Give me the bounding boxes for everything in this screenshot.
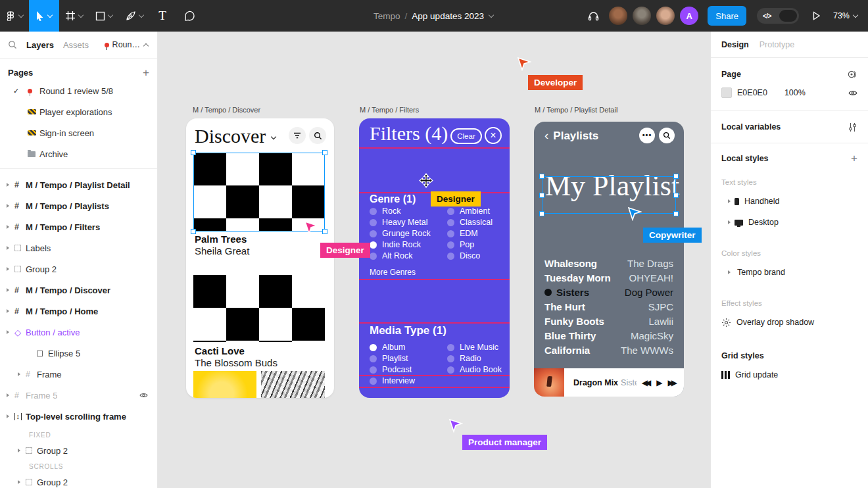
search-button[interactable] (659, 128, 675, 143)
next-track-button[interactable]: ▶▶ (668, 378, 677, 387)
song-row[interactable]: WhalesongThe Drags (544, 256, 673, 270)
expand-chevron-icon[interactable] (7, 225, 9, 229)
tab-design[interactable]: Design (721, 40, 749, 49)
layer-row[interactable]: ↕ Top-level scrolling frame (0, 406, 157, 427)
selection-handle[interactable] (322, 229, 327, 234)
expand-chevron-icon[interactable] (7, 288, 9, 292)
selection-handle[interactable] (539, 193, 544, 198)
radio-icon[interactable] (447, 366, 454, 374)
chevron-down-icon[interactable] (271, 135, 277, 141)
selection-handle[interactable] (539, 211, 544, 216)
page-item[interactable]: Player explorations (0, 101, 157, 122)
radio-icon[interactable] (447, 241, 454, 249)
frame-title-filters[interactable]: M / Tempo / Filters (360, 106, 419, 114)
genre-option[interactable]: Alt Rock (370, 251, 413, 260)
radio-icon[interactable] (447, 208, 454, 215)
radio-selected-icon[interactable] (370, 241, 377, 249)
expand-chevron-icon[interactable] (18, 480, 20, 484)
page-item[interactable]: Archive (0, 143, 157, 164)
shape-tool-button[interactable] (89, 0, 120, 32)
album-art-cacti-love[interactable] (193, 275, 325, 342)
radio-icon[interactable] (370, 208, 377, 215)
album-art-yellow[interactable] (193, 371, 256, 398)
main-menu-button[interactable] (0, 0, 29, 32)
layer-row[interactable]: # M / Tempo / Filters (0, 216, 157, 237)
avatar-current-user[interactable]: A (680, 7, 698, 25)
genre-option[interactable]: EDM (447, 229, 478, 238)
expand-chevron-icon[interactable] (7, 330, 9, 334)
page-color-swatch[interactable] (721, 87, 732, 98)
media-option[interactable]: Album (370, 343, 405, 352)
layer-row[interactable]: # Frame 5 (0, 385, 157, 406)
visibility-eye-icon[interactable] (848, 89, 857, 97)
selection-box-text[interactable] (542, 176, 676, 214)
radio-icon[interactable] (370, 253, 377, 260)
layer-row[interactable]: Group 2 (0, 474, 157, 488)
expand-chevron-icon[interactable] (7, 183, 9, 187)
present-button[interactable] (811, 11, 821, 21)
expand-chevron-icon[interactable] (728, 199, 731, 203)
apply-variable-icon[interactable] (847, 69, 857, 80)
radio-icon[interactable] (370, 378, 377, 385)
page-item[interactable]: ✓ Round 1 review 5/8 (0, 80, 157, 101)
radio-icon[interactable] (370, 355, 377, 362)
radio-icon[interactable] (370, 230, 377, 237)
expand-chevron-icon[interactable] (728, 270, 731, 274)
canvas[interactable]: M / Tempo / Discover M / Tempo / Filters… (158, 32, 710, 488)
song-row[interactable]: CaliforniaThe WWWs (544, 343, 673, 357)
media-option[interactable]: Live Music (447, 343, 498, 352)
layer-row[interactable]: # M / Tempo / Home (0, 301, 157, 322)
genre-option[interactable]: Heavy Metal (370, 218, 427, 227)
more-options-button[interactable]: ••• (639, 128, 655, 143)
mini-player[interactable]: Dragon Mix Sisters ◀◀ ▶ ▶▶ (534, 368, 684, 397)
radio-icon[interactable] (370, 219, 377, 226)
expand-chevron-icon[interactable] (728, 220, 731, 224)
media-option[interactable]: Playlist (370, 354, 408, 363)
selection-handle[interactable] (673, 174, 679, 179)
genre-option[interactable]: Rock (370, 207, 400, 216)
radio-icon[interactable] (447, 230, 454, 237)
expand-chevron-icon[interactable] (7, 414, 9, 418)
layer-row[interactable]: # M / Tempo / Playlist Detail (0, 174, 157, 195)
filter-button[interactable] (289, 127, 306, 144)
layer-row[interactable]: # Frame (0, 364, 157, 385)
add-style-icon[interactable]: + (851, 152, 857, 165)
tab-layers[interactable]: Layers (26, 40, 54, 50)
search-button[interactable] (309, 127, 326, 144)
previous-track-button[interactable]: ◀◀ (642, 378, 651, 387)
frame-tool-button[interactable] (59, 0, 89, 32)
file-name[interactable]: App updates 2023 (412, 11, 484, 21)
headphones-icon[interactable] (587, 10, 600, 22)
genre-option[interactable]: Indie Rock (370, 240, 421, 249)
genre-option[interactable]: Classical (447, 218, 493, 227)
selection-handle[interactable] (191, 150, 196, 155)
media-option[interactable]: Interview (370, 376, 415, 385)
selection-handle[interactable] (673, 211, 679, 216)
avatar[interactable] (633, 7, 651, 25)
clear-button[interactable]: Clear (450, 128, 482, 144)
layer-row[interactable]: # M / Tempo / Playlists (0, 195, 157, 216)
tab-assets[interactable]: Assets (63, 40, 89, 50)
style-row-handheld[interactable]: Handheld (721, 191, 857, 212)
page-selector[interactable]: Roun… (105, 40, 149, 49)
share-button[interactable]: Share (708, 6, 746, 26)
song-row[interactable]: Tuesday MornOHYEAH! (544, 270, 673, 285)
frame-title-discover[interactable]: M / Tempo / Discover (193, 106, 260, 114)
variables-sliders-icon[interactable] (848, 122, 857, 132)
selection-handle[interactable] (191, 229, 196, 234)
song-row[interactable]: Blue ThirtyMagicSky (544, 328, 673, 343)
comment-tool-button[interactable] (175, 0, 204, 32)
radio-icon[interactable] (447, 355, 454, 362)
back-to-playlists-button[interactable]: ‹ Playlists (544, 130, 598, 143)
expand-chevron-icon[interactable] (7, 309, 9, 313)
frame-filters[interactable]: Filters (4) Clear × Genre (1) Rock Heavy… (359, 118, 510, 398)
genre-option[interactable]: Pop (447, 240, 474, 249)
search-icon[interactable] (8, 40, 17, 49)
expand-chevron-icon[interactable] (7, 267, 9, 271)
more-genres-link[interactable]: More Genres (370, 268, 416, 277)
avatar[interactable] (609, 7, 627, 25)
layer-row[interactable]: ◇ Button / active (0, 322, 157, 343)
layer-row[interactable]: # M / Tempo / Discover (0, 280, 157, 301)
layer-row[interactable]: Ellipse 5 (0, 343, 157, 364)
frame-playlist-detail[interactable]: ‹ Playlists ••• My Playlist WhalesongThe… (534, 122, 684, 397)
